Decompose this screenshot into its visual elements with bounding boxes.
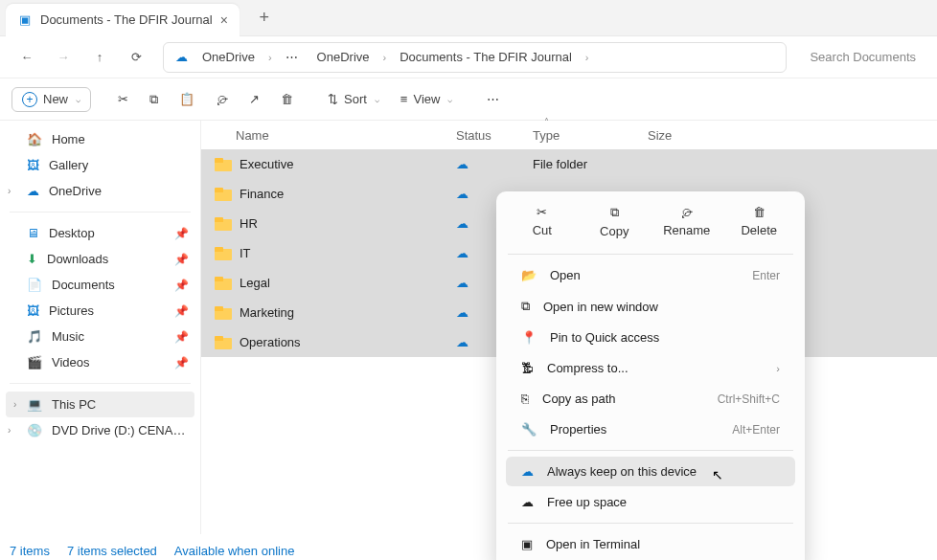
sidebar-item-music[interactable]: 🎵Music📌 — [0, 324, 200, 349]
pin-icon: 📌 — [174, 253, 189, 266]
toolbar: + New ⌵ ✂ ⧉ 📋 ⌮ ↗ 🗑 ⇅ Sort ⌵ ≡ View ⌵ ⋯ — [0, 78, 937, 121]
pin-icon: 📌 — [174, 279, 189, 292]
share-button[interactable]: ↗ — [241, 87, 267, 111]
status-availability: Available when online — [174, 544, 295, 558]
sidebar-item-desktop[interactable]: 🖥Desktop📌 — [0, 220, 200, 246]
ctx-open-terminal[interactable]: ▣Open in Terminal — [506, 529, 795, 559]
ellipsis-icon: ⋯ — [487, 92, 499, 106]
sidebar-item-downloads[interactable]: ⬇Downloads📌 — [0, 246, 200, 272]
folder-name: Legal — [240, 276, 270, 290]
cloud-sync-icon: ☁ — [521, 464, 534, 479]
folder-icon — [215, 247, 232, 260]
table-row[interactable]: Executive☁File folder — [201, 149, 937, 179]
folder-icon: 📂 — [521, 268, 537, 282]
sidebar-item-dvd[interactable]: ›💿DVD Drive (D:) CENA_X64F — [0, 417, 200, 443]
new-button[interactable]: + New ⌵ — [11, 87, 91, 112]
folder-name: Executive — [240, 157, 293, 171]
breadcrumb-item[interactable]: Documents - The DFIR Journal — [394, 47, 578, 67]
ctx-always-keep[interactable]: ☁Always keep on this device — [506, 457, 795, 486]
ctx-open[interactable]: 📂OpenEnter — [506, 260, 795, 290]
more-button[interactable]: ⋯ — [479, 87, 507, 111]
sidebar-item-videos[interactable]: 🎬Videos📌 — [0, 349, 200, 375]
ctx-copy-as-path[interactable]: ⎘Copy as pathCtrl+Shift+C — [506, 384, 795, 414]
ctx-open-new-window[interactable]: ⧉Open in new window — [506, 291, 795, 322]
new-label: New — [43, 92, 68, 106]
status-count: 7 items — [10, 544, 50, 558]
sidebar-item-pictures[interactable]: 🖼Pictures📌 — [0, 298, 200, 324]
view-label: View — [413, 92, 440, 106]
column-name[interactable]: Name — [201, 128, 456, 143]
breadcrumb-root[interactable]: OneDrive — [196, 47, 261, 67]
sort-button[interactable]: ⇅ Sort ⌵ — [320, 87, 387, 111]
cloud-status-icon: ☁ — [456, 335, 468, 349]
paste-icon: 📋 — [179, 92, 194, 106]
folder-icon — [215, 158, 232, 171]
view-icon: ≡ — [400, 92, 408, 106]
chevron-right-icon: › — [13, 399, 16, 410]
sidebar-item-gallery[interactable]: 🖼Gallery — [0, 152, 200, 178]
search-input[interactable]: Search Documents — [798, 42, 927, 73]
share-icon: ↗ — [249, 92, 260, 106]
copy-icon: ⧉ — [149, 92, 158, 107]
folder-icon — [215, 277, 232, 290]
sidebar-item-onedrive[interactable]: ›☁OneDrive — [0, 178, 200, 204]
view-button[interactable]: ≡ View ⌵ — [393, 87, 461, 111]
close-tab-icon[interactable]: × — [220, 12, 228, 28]
column-type[interactable]: Type — [533, 128, 648, 143]
breadcrumb-ellipsis[interactable]: ⋯ — [280, 47, 304, 67]
ctx-copy[interactable]: ⧉Copy — [585, 205, 643, 238]
ctx-rename[interactable]: ⌮Rename — [658, 205, 716, 238]
cloud-status-icon: ☁ — [456, 276, 468, 290]
new-tab-button[interactable]: + — [251, 8, 278, 28]
breadcrumb[interactable]: ☁ OneDrive › ⋯ OneDrive › Documents - Th… — [163, 42, 787, 73]
up-button[interactable]: ↑ — [82, 42, 117, 73]
back-button[interactable]: ← — [10, 42, 44, 73]
cloud-status-icon: ☁ — [456, 305, 468, 320]
sidebar-item-documents[interactable]: 📄Documents📌 — [0, 272, 200, 298]
pin-icon: 📌 — [174, 304, 189, 318]
sort-icon: ⇅ — [328, 92, 338, 106]
forward-button[interactable]: → — [46, 42, 80, 73]
folder-icon: ▣ — [17, 12, 33, 28]
paste-button[interactable]: 📋 — [171, 87, 202, 111]
tab-active[interactable]: ▣ Documents - The DFIR Journal × — [6, 4, 240, 36]
pin-icon: 📌 — [174, 227, 189, 240]
cloud-icon: ☁ — [521, 495, 534, 509]
newwindow-icon: ⧉ — [521, 299, 530, 314]
rename-icon: ⌮ — [216, 92, 228, 106]
copy-button[interactable]: ⧉ — [142, 87, 166, 112]
chevron-down-icon: ⌵ — [76, 95, 80, 104]
cloud-status-icon: ☁ — [456, 157, 468, 171]
ctx-free-up-space[interactable]: ☁Free up space — [506, 487, 795, 517]
sort-asc-icon: ˄ — [544, 117, 549, 127]
trash-icon: 🗑 — [753, 205, 766, 219]
cut-button[interactable]: ✂ — [110, 87, 136, 111]
column-status[interactable]: Status — [456, 128, 533, 143]
ctx-compress[interactable]: 🗜Compress to...› — [506, 353, 795, 383]
delete-button[interactable]: 🗑 — [273, 87, 301, 111]
chevron-right-icon: › — [8, 186, 11, 196]
folder-icon — [215, 217, 232, 231]
chevron-right-icon: › — [8, 425, 11, 436]
column-size[interactable]: Size — [648, 128, 724, 143]
sidebar-item-thispc[interactable]: ›💻This PC — [6, 392, 194, 417]
ctx-cut[interactable]: ✂Cut — [514, 205, 571, 238]
column-headers[interactable]: ˄ Name Status Type Size — [201, 121, 937, 149]
folder-type: File folder — [533, 157, 648, 171]
ctx-delete[interactable]: 🗑Delete — [730, 205, 788, 238]
folder-icon — [215, 336, 232, 349]
refresh-button[interactable]: ⟳ — [119, 42, 153, 73]
breadcrumb-item[interactable]: OneDrive — [311, 47, 376, 67]
ctx-properties[interactable]: 🔧PropertiesAlt+Enter — [506, 414, 795, 444]
rename-button[interactable]: ⌮ — [208, 87, 236, 111]
sort-label: Sort — [344, 92, 367, 106]
copy-icon: ⧉ — [610, 205, 619, 220]
cloud-status-icon: ☁ — [456, 187, 468, 201]
trash-icon: 🗑 — [281, 92, 293, 106]
archive-icon: 🗜 — [521, 361, 534, 375]
folder-name: Operations — [240, 335, 301, 349]
chevron-right-icon: › — [268, 52, 272, 63]
sidebar-item-home[interactable]: 🏠Home — [0, 126, 200, 152]
ctx-pin-quickaccess[interactable]: 📍Pin to Quick access — [506, 323, 795, 352]
pin-icon: 📌 — [174, 330, 189, 344]
